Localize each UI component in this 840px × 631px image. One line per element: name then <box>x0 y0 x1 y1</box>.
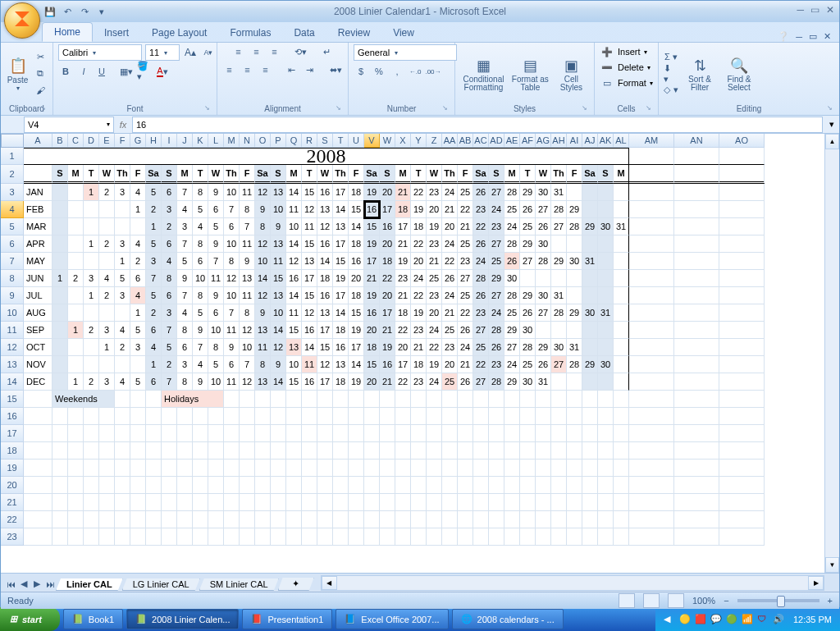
taskbar-item[interactable]: 📗Book1 <box>63 609 123 629</box>
cell[interactable] <box>395 442 411 460</box>
align-center-icon[interactable]: ≡ <box>240 62 255 77</box>
cell[interactable]: 29 <box>504 373 520 391</box>
cell[interactable]: Sa <box>364 165 380 184</box>
cell[interactable]: 20 <box>380 235 395 253</box>
cell[interactable] <box>473 460 489 477</box>
cell[interactable] <box>68 339 84 356</box>
cell[interactable] <box>536 528 551 546</box>
row-header[interactable]: 5 <box>1 218 24 235</box>
cell[interactable] <box>68 304 84 322</box>
cell[interactable] <box>504 494 520 511</box>
column-header[interactable]: W <box>380 134 395 148</box>
cell[interactable]: 16 <box>286 270 302 287</box>
cell[interactable] <box>582 460 598 477</box>
cell[interactable]: Sa <box>255 165 271 184</box>
cell[interactable] <box>333 494 349 511</box>
cell[interactable] <box>504 511 520 528</box>
cell[interactable] <box>255 425 271 442</box>
cell[interactable]: 4 <box>177 304 193 322</box>
cell[interactable] <box>427 442 442 460</box>
cell[interactable]: NOV <box>24 356 52 373</box>
zoom-in-icon[interactable]: + <box>828 596 833 606</box>
column-header[interactable]: G <box>130 134 146 148</box>
cell[interactable] <box>473 477 489 494</box>
cell[interactable]: 15 <box>286 322 302 339</box>
cell[interactable] <box>208 442 224 460</box>
cell[interactable] <box>674 201 719 218</box>
cell[interactable] <box>629 148 674 165</box>
cell[interactable] <box>130 477 146 494</box>
cell[interactable] <box>84 339 99 356</box>
cell[interactable]: MAY <box>24 253 52 270</box>
cell[interactable] <box>240 425 255 442</box>
cell[interactable]: 14 <box>286 184 302 201</box>
cell[interactable] <box>255 511 271 528</box>
cell[interactable] <box>84 477 99 494</box>
column-header[interactable]: Z <box>427 134 442 148</box>
cell[interactable]: T <box>84 165 99 184</box>
cell[interactable] <box>674 304 719 322</box>
merge-center-icon[interactable]: ⬌▾ <box>329 62 344 77</box>
cell[interactable] <box>68 477 84 494</box>
format-cells-button[interactable]: ▭Format ▾ <box>600 75 653 90</box>
cell[interactable]: 11 <box>302 356 317 373</box>
cell[interactable] <box>84 528 99 546</box>
column-header[interactable]: J <box>177 134 193 148</box>
cell[interactable] <box>380 528 395 546</box>
cell[interactable]: 18 <box>349 287 364 304</box>
cell[interactable]: 19 <box>427 218 442 235</box>
cell[interactable]: 2 <box>68 270 84 287</box>
cell[interactable] <box>614 477 629 494</box>
cell[interactable] <box>349 442 364 460</box>
cell[interactable]: 16 <box>317 235 333 253</box>
cell[interactable] <box>719 270 765 287</box>
cell[interactable] <box>504 425 520 442</box>
cell[interactable]: 28 <box>551 304 567 322</box>
taskbar-item[interactable]: 📘Excel Office 2007... <box>336 609 448 629</box>
cell[interactable]: 2 <box>162 356 177 373</box>
cell[interactable] <box>520 270 536 287</box>
cell[interactable] <box>68 356 84 373</box>
cell[interactable] <box>302 511 317 528</box>
cell[interactable] <box>582 391 598 408</box>
cell[interactable] <box>674 253 719 270</box>
cell[interactable]: 26 <box>473 235 489 253</box>
tray-icon[interactable]: 🛡 <box>757 614 769 625</box>
column-header[interactable]: A <box>24 134 52 148</box>
cell[interactable] <box>614 408 629 425</box>
cell[interactable]: 20 <box>442 356 458 373</box>
cell[interactable] <box>286 494 302 511</box>
row-header[interactable]: 22 <box>1 511 24 528</box>
cell[interactable]: 10 <box>224 184 240 201</box>
tray-icon[interactable]: 🟥 <box>695 614 706 625</box>
column-header[interactable]: V <box>364 134 380 148</box>
column-header[interactable]: AD <box>489 134 504 148</box>
sheet-tab[interactable]: SM Linier CAL <box>199 578 279 591</box>
cell[interactable] <box>115 442 130 460</box>
cell[interactable] <box>364 494 380 511</box>
cell[interactable] <box>99 528 115 546</box>
cell[interactable]: 23 <box>427 287 442 304</box>
page-break-view-icon[interactable] <box>668 593 684 608</box>
cell[interactable] <box>146 391 162 408</box>
cell[interactable] <box>629 235 674 253</box>
cell[interactable] <box>551 477 567 494</box>
cell[interactable]: 1 <box>84 235 99 253</box>
cell[interactable] <box>567 442 582 460</box>
cell[interactable]: 4 <box>130 235 146 253</box>
cell[interactable] <box>115 425 130 442</box>
increase-indent-icon[interactable]: ⇥ <box>303 62 317 77</box>
cell[interactable]: 3 <box>130 339 146 356</box>
column-header[interactable]: AH <box>551 134 567 148</box>
cell[interactable]: 1 <box>130 201 146 218</box>
cell[interactable] <box>629 442 674 460</box>
cell[interactable]: 22 <box>395 373 411 391</box>
grow-font-icon[interactable]: A▴ <box>183 45 198 60</box>
cell[interactable]: 21 <box>442 201 458 218</box>
cell[interactable] <box>719 218 765 235</box>
cell[interactable]: 21 <box>442 304 458 322</box>
cell[interactable] <box>349 391 364 408</box>
cell[interactable] <box>674 356 719 373</box>
cell[interactable] <box>99 511 115 528</box>
cell[interactable] <box>349 425 364 442</box>
